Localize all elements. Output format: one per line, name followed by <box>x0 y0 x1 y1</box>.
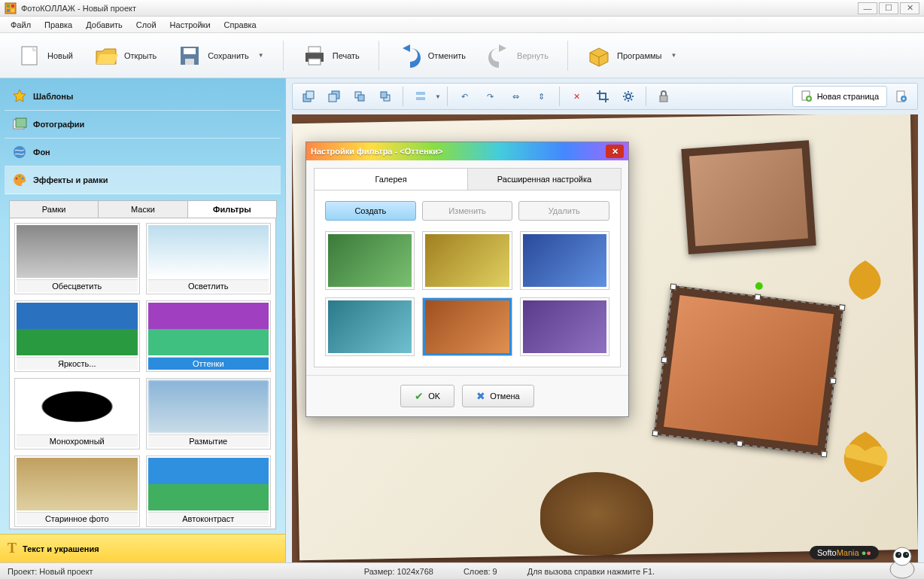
create-button[interactable]: Создать <box>325 201 416 221</box>
toolbar-open[interactable]: Открыть <box>86 38 165 73</box>
cancel-button[interactable]: ✖ Отмена <box>462 385 533 407</box>
sidebar-text-deco[interactable]: T Текст и украшения <box>0 534 285 562</box>
svg-rect-26 <box>381 92 387 98</box>
flip-v-button[interactable]: ⇕ <box>530 87 553 106</box>
preset-grid <box>325 231 609 356</box>
align-button[interactable] <box>409 87 432 106</box>
svg-point-40 <box>898 553 900 555</box>
preset-tint-orange[interactable] <box>422 297 512 356</box>
minimize-button[interactable]: — <box>858 2 877 14</box>
sidebar: Шаблоны Фотографии Фон Эффекты и рамки Р… <box>0 78 286 562</box>
svg-rect-20 <box>306 91 314 99</box>
folder-open-icon <box>94 44 118 68</box>
rotate-left-button[interactable]: ↶ <box>454 87 476 106</box>
lock-button[interactable] <box>652 87 675 106</box>
toolbar-print[interactable]: Печать <box>294 38 368 73</box>
separator <box>567 41 568 71</box>
sidebar-background[interactable]: Фон <box>5 139 281 166</box>
rotate-right-button[interactable]: ↷ <box>479 87 502 106</box>
filter-autocontrast[interactable]: Автоконтраст <box>146 456 272 527</box>
settings-button[interactable] <box>617 87 640 106</box>
tab-filters[interactable]: Фильтры <box>187 200 277 218</box>
menu-help[interactable]: Справка <box>218 18 263 32</box>
tab-frames[interactable]: Рамки <box>9 200 99 218</box>
toolbar-save[interactable]: Сохранить ▼ <box>169 38 272 73</box>
filter-monochrome[interactable]: Монохромный <box>14 378 140 449</box>
resize-handle[interactable] <box>830 377 837 384</box>
preset-tint-cyan[interactable] <box>325 297 415 356</box>
resize-handle[interactable] <box>652 430 658 437</box>
resize-handle[interactable] <box>670 284 676 291</box>
sidebar-effects[interactable]: Эффекты и рамки <box>5 166 281 194</box>
dialog-tab-advanced[interactable]: Расширенная настройка <box>467 168 622 190</box>
close-button[interactable]: ✕ <box>900 2 919 14</box>
dialog-close-button[interactable]: ✕ <box>606 145 624 158</box>
resize-handle[interactable] <box>821 451 828 458</box>
menu-file[interactable]: Файл <box>5 18 37 32</box>
resize-handle[interactable] <box>661 357 667 364</box>
leaf-decoration <box>826 428 904 486</box>
send-back-button[interactable] <box>323 87 345 106</box>
preset-tint-green[interactable] <box>325 231 415 290</box>
flip-h-button[interactable]: ⇔ <box>505 87 527 106</box>
toolbar-redo-label: Вернуть <box>517 51 549 60</box>
filter-blur[interactable]: Размытие <box>146 378 272 449</box>
resize-handle[interactable] <box>737 440 743 447</box>
toolbar-new[interactable]: Новый <box>9 38 81 73</box>
preset-tint-yellow[interactable] <box>422 231 512 290</box>
menu-edit[interactable]: Правка <box>38 18 78 32</box>
svg-point-17 <box>19 175 21 178</box>
sidebar-photos[interactable]: Фотографии <box>5 111 281 139</box>
preset-tint-purple[interactable] <box>520 297 609 356</box>
align-dropdown-icon[interactable]: ▼ <box>435 93 441 100</box>
menu-settings[interactable]: Настройки <box>164 18 217 32</box>
leaf-decoration <box>835 258 895 303</box>
crop-button[interactable] <box>591 87 614 106</box>
page-settings-button[interactable] <box>890 87 913 106</box>
preset-tint-blue[interactable] <box>520 231 609 290</box>
save-dropdown-icon[interactable]: ▼ <box>258 52 264 59</box>
svg-rect-30 <box>660 96 667 102</box>
filter-vintage[interactable]: Старинное фото <box>14 456 140 527</box>
delete-button[interactable]: Удалить <box>518 201 609 221</box>
globe-icon <box>12 145 27 160</box>
svg-rect-8 <box>184 48 196 54</box>
ok-button[interactable]: ✔ OK <box>400 385 454 407</box>
menu-add[interactable]: Добавить <box>80 18 129 32</box>
svg-rect-28 <box>416 97 425 100</box>
dialog-footer: ✔ OK ✖ Отмена <box>306 375 628 416</box>
photo-frame-1[interactable] <box>681 140 816 254</box>
filters-grid[interactable]: Обесцветить Осветлить Яркость... Оттенки… <box>9 218 276 529</box>
dialog-titlebar[interactable]: Настройки фильтра - <Оттенки> ✕ <box>306 142 628 160</box>
svg-rect-27 <box>416 92 425 95</box>
svg-point-29 <box>626 94 631 99</box>
sidebar-templates[interactable]: Шаблоны <box>5 83 281 111</box>
sidebar-background-label: Фон <box>33 148 50 157</box>
new-page-button[interactable]: Новая страница <box>792 86 887 107</box>
dialog-tab-gallery[interactable]: Галерея <box>314 168 468 190</box>
bring-front-button[interactable] <box>297 87 320 106</box>
menu-layer[interactable]: Слой <box>130 18 163 32</box>
filter-tints[interactable]: Оттенки <box>146 300 272 372</box>
resize-handle[interactable] <box>839 304 846 311</box>
edit-button[interactable]: Изменить <box>422 201 513 221</box>
check-icon: ✔ <box>415 390 424 402</box>
filter-brightness[interactable]: Яркость... <box>14 300 140 372</box>
move-up-button[interactable] <box>348 87 371 106</box>
toolbar-programs[interactable]: Программы ▼ <box>579 38 685 73</box>
separator <box>403 87 403 106</box>
filter-desaturate[interactable]: Обесцветить <box>14 223 140 294</box>
filter-lighten[interactable]: Осветлить <box>146 223 272 294</box>
save-icon <box>178 44 202 68</box>
box-icon <box>587 44 611 68</box>
delete-button[interactable]: ✕ <box>566 87 588 106</box>
toolbar-undo[interactable]: Отменить <box>390 38 474 73</box>
tab-masks[interactable]: Маски <box>98 200 187 218</box>
dialog-title: Настройки фильтра - <Оттенки> <box>311 147 606 156</box>
resize-handle[interactable] <box>754 294 761 300</box>
programs-dropdown-icon[interactable]: ▼ <box>670 52 676 59</box>
move-down-button[interactable] <box>374 87 397 106</box>
svg-rect-1 <box>7 5 10 8</box>
photo-frame-2-selected[interactable] <box>654 285 844 456</box>
maximize-button[interactable]: ☐ <box>879 2 898 14</box>
